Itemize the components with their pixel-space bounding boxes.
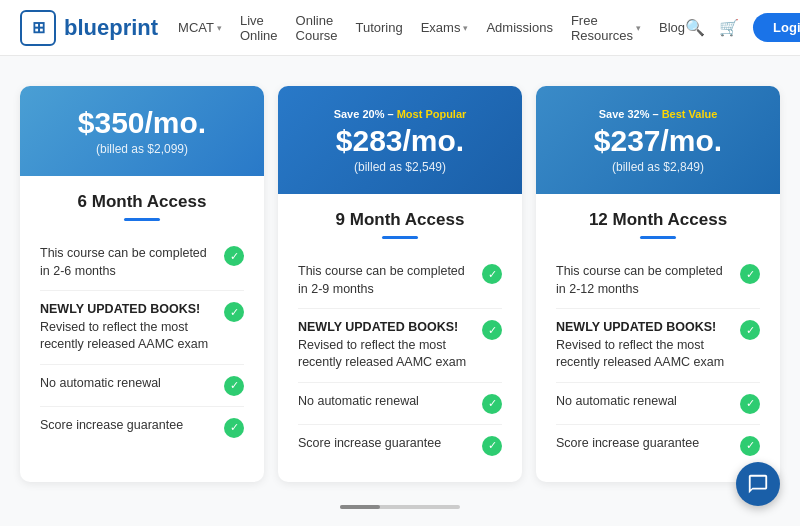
main-content: $350/mo.(billed as $2,099)6 Month Access… xyxy=(0,56,800,526)
feature-text-1: NEWLY UPDATED BOOKS! Revised to reflect … xyxy=(298,319,474,372)
feature-text-3: Score increase guarantee xyxy=(556,435,732,453)
logo-text: blueprint xyxy=(64,15,158,41)
pricing-card-12month: Save 32% – Best Value$237/mo.(billed as … xyxy=(536,86,780,482)
feature-row-3: Score increase guarantee✓ xyxy=(556,425,760,466)
feature-bold-1: NEWLY UPDATED BOOKS! xyxy=(556,320,716,334)
nav-item-mcat[interactable]: MCAT▾ xyxy=(178,20,222,35)
badge-highlight: Most Popular xyxy=(397,108,467,120)
title-underline xyxy=(124,218,160,221)
check-icon-2: ✓ xyxy=(224,376,244,396)
check-icon-1: ✓ xyxy=(740,320,760,340)
check-icon-2: ✓ xyxy=(482,394,502,414)
feature-text-0: This course can be completed in 2-12 mon… xyxy=(556,263,732,298)
feature-text-2: No automatic renewal xyxy=(556,393,732,411)
check-icon-3: ✓ xyxy=(740,436,760,456)
card-header-6month: $350/mo.(billed as $2,099) xyxy=(20,86,264,176)
feature-row-2: No automatic renewal✓ xyxy=(298,383,502,425)
cart-icon[interactable]: 🛒 xyxy=(719,18,739,37)
title-underline xyxy=(640,236,676,239)
nav-item-blog[interactable]: Blog xyxy=(659,20,685,35)
caret-icon: ▾ xyxy=(217,23,222,33)
pricing-grid: $350/mo.(billed as $2,099)6 Month Access… xyxy=(20,86,780,482)
chat-bubble[interactable] xyxy=(736,462,780,506)
card-badge-12month: Save 32% – Best Value xyxy=(556,108,760,120)
nav-links: MCAT▾Live OnlineOnline CourseTutoringExa… xyxy=(178,13,685,43)
feature-text-3: Score increase guarantee xyxy=(40,417,216,435)
feature-row-0: This course can be completed in 2-6 mont… xyxy=(40,235,244,291)
card-price-12month: $237/mo. xyxy=(556,126,760,156)
pricing-card-9month: Save 20% – Most Popular$283/mo.(billed a… xyxy=(278,86,522,482)
card-body-9month: 9 Month AccessThis course can be complet… xyxy=(278,194,522,482)
feature-text-1: NEWLY UPDATED BOOKS! Revised to reflect … xyxy=(556,319,732,372)
feature-text-1: NEWLY UPDATED BOOKS! Revised to reflect … xyxy=(40,301,216,354)
card-title-9month: 9 Month Access xyxy=(298,210,502,230)
caret-icon: ▾ xyxy=(636,23,641,33)
check-icon-1: ✓ xyxy=(224,302,244,322)
pricing-card-6month: $350/mo.(billed as $2,099)6 Month Access… xyxy=(20,86,264,482)
card-title-6month: 6 Month Access xyxy=(40,192,244,212)
check-icon-3: ✓ xyxy=(224,418,244,438)
feature-row-1: NEWLY UPDATED BOOKS! Revised to reflect … xyxy=(40,291,244,365)
feature-row-1: NEWLY UPDATED BOOKS! Revised to reflect … xyxy=(298,309,502,383)
badge-highlight: Best Value xyxy=(662,108,718,120)
nav-item-tutoring[interactable]: Tutoring xyxy=(355,20,402,35)
search-icon[interactable]: 🔍 xyxy=(685,18,705,37)
scroll-bar xyxy=(340,505,460,509)
card-title-12month: 12 Month Access xyxy=(556,210,760,230)
logo[interactable]: ⊞ blueprint xyxy=(20,10,158,46)
feature-row-1: NEWLY UPDATED BOOKS! Revised to reflect … xyxy=(556,309,760,383)
card-price-6month: $350/mo. xyxy=(40,108,244,138)
card-badge-9month: Save 20% – Most Popular xyxy=(298,108,502,120)
navbar-right: 🔍 🛒 Login xyxy=(685,13,800,42)
card-billed-12month: (billed as $2,849) xyxy=(556,160,760,174)
feature-row-2: No automatic renewal✓ xyxy=(556,383,760,425)
navbar: ⊞ blueprint MCAT▾Live OnlineOnline Cours… xyxy=(0,0,800,56)
feature-row-3: Score increase guarantee✓ xyxy=(298,425,502,466)
scroll-bar-fill xyxy=(340,505,380,509)
login-button[interactable]: Login xyxy=(753,13,800,42)
check-icon-0: ✓ xyxy=(740,264,760,284)
feature-text-2: No automatic renewal xyxy=(40,375,216,393)
feature-row-0: This course can be completed in 2-12 mon… xyxy=(556,253,760,309)
chat-icon xyxy=(747,473,769,495)
check-icon-0: ✓ xyxy=(224,246,244,266)
feature-row-2: No automatic renewal✓ xyxy=(40,365,244,407)
check-icon-3: ✓ xyxy=(482,436,502,456)
feature-text-0: This course can be completed in 2-9 mont… xyxy=(298,263,474,298)
nav-item-online-course[interactable]: Online Course xyxy=(296,13,338,43)
card-price-9month: $283/mo. xyxy=(298,126,502,156)
title-underline xyxy=(382,236,418,239)
feature-text-2: No automatic renewal xyxy=(298,393,474,411)
caret-icon: ▾ xyxy=(463,23,468,33)
check-icon-1: ✓ xyxy=(482,320,502,340)
navbar-left: ⊞ blueprint MCAT▾Live OnlineOnline Cours… xyxy=(20,10,685,46)
nav-item-live-online[interactable]: Live Online xyxy=(240,13,278,43)
check-icon-2: ✓ xyxy=(740,394,760,414)
check-icon-0: ✓ xyxy=(482,264,502,284)
feature-bold-1: NEWLY UPDATED BOOKS! xyxy=(40,302,200,316)
nav-item-admissions[interactable]: Admissions xyxy=(486,20,552,35)
nav-item-exams[interactable]: Exams▾ xyxy=(421,20,469,35)
card-body-12month: 12 Month AccessThis course can be comple… xyxy=(536,194,780,482)
logo-icon: ⊞ xyxy=(20,10,56,46)
feature-row-3: Score increase guarantee✓ xyxy=(40,407,244,448)
card-body-6month: 6 Month AccessThis course can be complet… xyxy=(20,176,264,464)
card-billed-6month: (billed as $2,099) xyxy=(40,142,244,156)
feature-bold-1: NEWLY UPDATED BOOKS! xyxy=(298,320,458,334)
card-billed-9month: (billed as $2,549) xyxy=(298,160,502,174)
nav-item-free-resources[interactable]: Free Resources▾ xyxy=(571,13,641,43)
feature-row-0: This course can be completed in 2-9 mont… xyxy=(298,253,502,309)
scroll-indicator xyxy=(20,496,780,512)
card-header-9month: Save 20% – Most Popular$283/mo.(billed a… xyxy=(278,86,522,194)
feature-text-0: This course can be completed in 2-6 mont… xyxy=(40,245,216,280)
card-header-12month: Save 32% – Best Value$237/mo.(billed as … xyxy=(536,86,780,194)
feature-text-3: Score increase guarantee xyxy=(298,435,474,453)
